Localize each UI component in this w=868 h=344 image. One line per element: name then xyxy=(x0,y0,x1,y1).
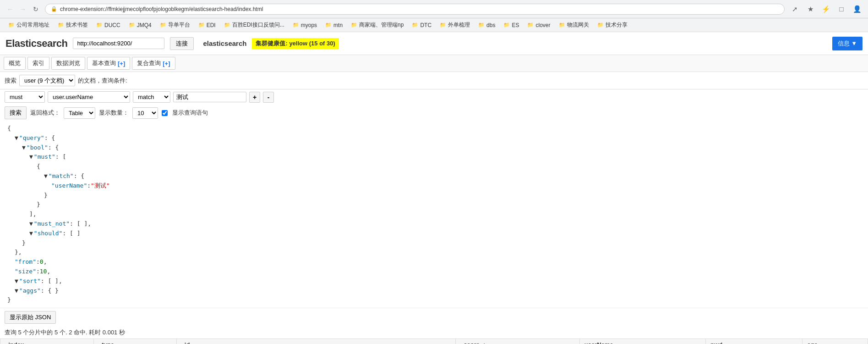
tab-index[interactable]: 索引 xyxy=(27,57,49,70)
json-toggle-should[interactable]: ▼ xyxy=(29,229,33,239)
fullscreen-button[interactable]: □ xyxy=(835,3,848,16)
match-select[interactable]: match term range wildcard xyxy=(133,91,170,103)
bookmark-label: 公司常用地址 xyxy=(16,21,49,29)
add-condition-button[interactable]: + xyxy=(249,92,260,103)
search-index-select[interactable]: user (9 个文档) xyxy=(19,75,75,86)
nav-buttons: ← → ↻ xyxy=(5,4,41,15)
json-key-from: "from" xyxy=(15,257,36,267)
show-json-button[interactable]: 显示原始 JSON xyxy=(5,311,56,324)
tab-overview[interactable]: 概览 xyxy=(4,57,26,70)
json-key-match: "match" xyxy=(49,172,74,181)
field-select[interactable]: user.userName xyxy=(48,91,130,103)
json-key-query: "query" xyxy=(19,133,44,143)
col-header-type[interactable]: _type xyxy=(94,339,176,344)
json-key-sort: "sort" xyxy=(19,277,41,286)
info-button[interactable]: 信息 ▼ xyxy=(832,37,863,50)
bookmark-item[interactable]: 📁 clover xyxy=(524,21,554,30)
bookmark-item[interactable]: 📁 外单梳理 xyxy=(436,20,474,30)
bookmark-item[interactable]: 📁 导单平台 xyxy=(156,20,194,30)
col-header-id[interactable]: _id xyxy=(176,339,456,344)
bookmark-item[interactable]: 📁 dbs xyxy=(475,21,499,30)
tab-complex-query[interactable]: 复合查询 [+] xyxy=(132,57,175,70)
col-header-index[interactable]: _index xyxy=(0,339,94,344)
search-button[interactable]: 搜索 xyxy=(5,106,27,119)
profile-button[interactable]: 👤 xyxy=(851,3,863,16)
server-url-input[interactable] xyxy=(73,38,164,49)
back-button[interactable]: ← xyxy=(5,4,16,15)
folder-icon: 📁 xyxy=(503,22,510,28)
bookmark-label: myops xyxy=(301,22,317,28)
show-query-label: 显示查询语句 xyxy=(172,109,208,117)
bookmark-label: JMQ4 xyxy=(137,22,152,28)
json-toggle-match[interactable]: ▼ xyxy=(44,172,48,181)
remove-condition-button[interactable]: - xyxy=(263,92,274,103)
bookmark-item[interactable]: 📁 JMQ4 xyxy=(125,21,155,30)
bookmark-label: clover xyxy=(535,22,550,28)
query-row: must should must_not user.userName match… xyxy=(0,89,868,105)
bookmark-label: DUCC xyxy=(104,22,120,28)
result-info-text: 查询 5 个分片中的 5 个. 2 命中. 耗时 0.001 秒 xyxy=(5,329,125,336)
bookmark-item[interactable]: 📁 EDI xyxy=(195,21,219,30)
count-select[interactable]: 10 25 50 100 xyxy=(132,107,158,119)
search-label: 搜索 xyxy=(5,77,16,85)
json-toggle-bool[interactable]: ▼ xyxy=(22,143,26,153)
tab-complex-query-extra: [+] xyxy=(163,60,170,67)
tab-data-browse[interactable]: 数据浏览 xyxy=(51,57,85,70)
bookmark-item[interactable]: 📁 物流网关 xyxy=(555,20,593,30)
reload-button[interactable]: ↻ xyxy=(30,4,41,15)
address-bar[interactable]: 🔒 chrome-extension://ffmkiejjmecolpfloof… xyxy=(45,4,785,15)
share-button[interactable]: ➚ xyxy=(788,3,801,16)
browser-actions: ➚ ★ ⚡ □ 👤 xyxy=(788,3,863,16)
bookmark-label: EDI xyxy=(207,22,216,28)
json-toggle-sort[interactable]: ▼ xyxy=(15,277,18,286)
folder-icon: 📁 xyxy=(160,22,166,28)
bookmark-item[interactable]: 📁 DTC xyxy=(408,21,435,30)
json-close-brace: } xyxy=(7,295,11,305)
bookmark-label: ES xyxy=(512,22,519,28)
tab-basic-query[interactable]: 基本查询 [+] xyxy=(87,57,130,70)
bookmark-button[interactable]: ★ xyxy=(804,3,817,16)
json-toggle-must-not[interactable]: ▼ xyxy=(29,219,33,229)
table-header-row: _index _type _id _score ▲ userName pwd a… xyxy=(0,339,868,344)
bookmark-item[interactable]: 📁 公司常用地址 xyxy=(5,20,53,30)
json-toggle-query[interactable]: ▼ xyxy=(15,133,18,143)
format-select[interactable]: Table JSON xyxy=(64,107,95,119)
tab-index-label: 索引 xyxy=(33,59,44,67)
forward-button[interactable]: → xyxy=(17,4,28,15)
folder-icon: 📁 xyxy=(96,22,103,28)
must-select[interactable]: must should must_not xyxy=(5,91,45,103)
bookmark-item[interactable]: 📁 DUCC xyxy=(93,21,124,30)
show-query-checkbox[interactable] xyxy=(162,110,168,116)
app-container: Elasticsearch 连接 elasticsearch 集群健康值: ye… xyxy=(0,32,868,344)
query-value-input[interactable] xyxy=(173,92,246,102)
bookmark-item[interactable]: 📁 技术分享 xyxy=(594,20,631,30)
folder-icon: 📁 xyxy=(478,22,485,28)
app-header: Elasticsearch 连接 elasticsearch 集群健康值: ye… xyxy=(0,32,868,55)
bookmark-label: 技术书签 xyxy=(66,21,88,29)
bookmark-label: mtn xyxy=(333,22,343,28)
tab-data-browse-label: 数据浏览 xyxy=(56,59,80,67)
col-header-username[interactable]: userName xyxy=(579,339,705,344)
col-header-pwd[interactable]: pwd xyxy=(706,339,802,344)
json-key-username: "userName" xyxy=(51,181,87,191)
json-toggle-must[interactable]: ▼ xyxy=(29,152,33,162)
folder-icon: 📁 xyxy=(351,22,357,28)
bookmark-item[interactable]: 📁 百胜EDI接口反馈问... xyxy=(220,20,288,30)
bookmark-item[interactable]: 📁 商家端、管理端np xyxy=(347,20,407,30)
bookmark-item[interactable]: 📁 技术书签 xyxy=(54,20,92,30)
bookmark-item[interactable]: 📁 ES xyxy=(500,21,523,30)
json-key-must-not: "must_not" xyxy=(34,219,70,229)
json-toggle-aggs[interactable]: ▼ xyxy=(15,286,18,296)
folder-icon: 📁 xyxy=(198,22,205,28)
results-table: _index _type _id _score ▲ userName pwd a… xyxy=(0,338,868,344)
col-header-score[interactable]: _score ▲ xyxy=(456,339,580,344)
folder-icon: 📁 xyxy=(129,22,135,28)
json-key-aggs: "aggs" xyxy=(19,286,41,296)
col-header-age[interactable]: age xyxy=(802,339,868,344)
bookmark-item[interactable]: 📁 myops xyxy=(289,21,321,30)
connect-button[interactable]: 连接 xyxy=(170,37,194,50)
bookmark-label: dbs xyxy=(486,22,495,28)
bookmark-label: 百胜EDI接口反馈问... xyxy=(232,21,284,29)
extension-button[interactable]: ⚡ xyxy=(819,3,832,16)
bookmark-item[interactable]: 📁 mtn xyxy=(322,21,346,30)
